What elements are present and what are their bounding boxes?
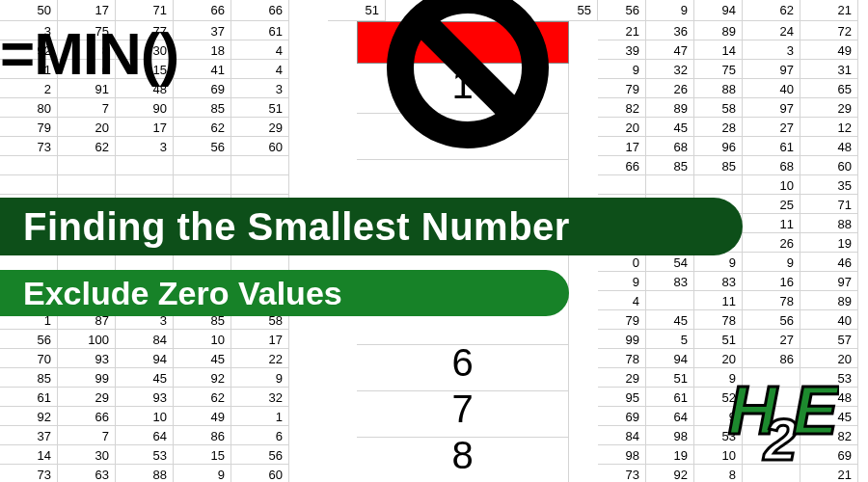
cell: 83 [646, 272, 694, 291]
cell [174, 156, 231, 175]
cell: 1 [231, 407, 289, 426]
cell: 51 [328, 0, 386, 21]
cell: 88 [116, 465, 174, 482]
cell: 9 [598, 60, 646, 79]
cell [231, 175, 289, 195]
cell: 36 [646, 21, 694, 40]
cell: 49 [800, 40, 858, 60]
cell: 21 [598, 21, 646, 40]
cell: 60 [800, 156, 858, 175]
cell: 61 [231, 21, 289, 40]
cell: 57 [800, 330, 858, 349]
cell: 78 [743, 291, 800, 310]
cell: 70 [0, 349, 58, 368]
cell [231, 253, 289, 272]
cell: 97 [800, 272, 858, 291]
svg-line-1 [422, 22, 513, 113]
cell: 86 [743, 349, 800, 368]
cell [174, 253, 231, 272]
formula-text: =MIN() [0, 19, 178, 88]
cell: 56 [174, 137, 231, 156]
cell [598, 175, 646, 195]
subtitle-banner: Exclude Zero Values [0, 270, 569, 316]
cell [646, 175, 694, 195]
cell: 19 [646, 445, 694, 465]
cell: 9 [231, 368, 289, 388]
cell: 89 [694, 21, 743, 40]
cell: 100 [58, 330, 116, 349]
cell: 17 [58, 0, 116, 21]
cell: 7 [58, 98, 116, 118]
cell: 80 [0, 98, 58, 118]
cell: 7 [58, 426, 116, 445]
cell: 45 [646, 118, 694, 137]
cell: 22 [231, 349, 289, 368]
cell: 69 [598, 407, 646, 426]
cell: 46 [800, 253, 858, 272]
cell: 60 [231, 465, 289, 482]
cell: 4 [231, 60, 289, 79]
cell: 5 [646, 330, 694, 349]
cell: 17 [231, 330, 289, 349]
cell: 96 [694, 137, 743, 156]
cell: 82 [598, 98, 646, 118]
cell: 6 [231, 426, 289, 445]
cell: 73 [0, 137, 58, 156]
cell [58, 175, 116, 195]
cell: 29 [58, 388, 116, 407]
cell: 62 [174, 388, 231, 407]
cell: 98 [646, 426, 694, 445]
cell: 93 [116, 388, 174, 407]
cell: 9 [598, 272, 646, 291]
cell: 17 [116, 118, 174, 137]
cell: 79 [598, 79, 646, 98]
cell: 47 [646, 40, 694, 60]
cell: 71 [116, 0, 174, 21]
cell: 50 [0, 0, 58, 21]
cell: 66 [598, 156, 646, 175]
cell: 35 [800, 175, 858, 195]
cell [174, 175, 231, 195]
cell: 56 [598, 0, 646, 21]
cell: 97 [743, 60, 800, 79]
cell: 78 [598, 349, 646, 368]
cell: 64 [116, 426, 174, 445]
cell: 61 [743, 137, 800, 156]
cell [646, 291, 694, 310]
cell: 14 [0, 445, 58, 465]
cell: 48 [800, 137, 858, 156]
cell: 21 [800, 0, 858, 21]
cell: 29 [800, 98, 858, 118]
cell: 39 [598, 40, 646, 60]
cell: 26 [743, 233, 800, 253]
cell: 62 [174, 118, 231, 137]
cell: 41 [174, 60, 231, 79]
cell: 68 [646, 137, 694, 156]
cell: 83 [694, 272, 743, 291]
cell: 32 [646, 60, 694, 79]
cell: 9 [174, 465, 231, 482]
cell: 37 [0, 426, 58, 445]
cell: 25 [743, 195, 800, 214]
cell [231, 156, 289, 175]
cell [694, 175, 743, 195]
cell: 54 [646, 253, 694, 272]
cell: 31 [800, 60, 858, 79]
cell [0, 175, 58, 195]
cell: 29 [231, 118, 289, 137]
cell: 60 [231, 137, 289, 156]
cell: 10 [743, 175, 800, 195]
cell: 95 [598, 388, 646, 407]
cell: 78 [694, 310, 743, 330]
cell: 94 [694, 0, 743, 21]
h2e-logo: H 2 E [723, 381, 839, 468]
cell: 45 [174, 349, 231, 368]
cell: 24 [743, 21, 800, 40]
cell: 88 [800, 214, 858, 233]
cell [116, 175, 174, 195]
cell: 99 [58, 368, 116, 388]
cell: 72 [800, 21, 858, 40]
cell: 85 [646, 156, 694, 175]
cell: 90 [116, 98, 174, 118]
cell: 61 [0, 388, 58, 407]
